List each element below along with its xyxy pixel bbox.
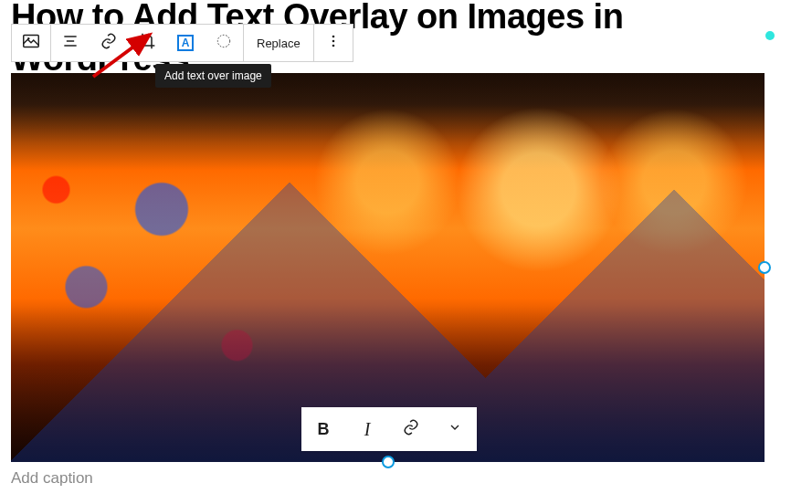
resize-handle-bottom[interactable] (382, 456, 395, 468)
image-icon (21, 31, 41, 55)
bold-button[interactable]: B (301, 407, 345, 451)
duotone-button[interactable] (205, 25, 243, 61)
more-options-button[interactable] (314, 25, 353, 61)
block-toolbar: A Replace (11, 24, 353, 62)
format-toolbar: B I (301, 407, 477, 451)
image-block[interactable] (11, 73, 765, 462)
duotone-icon (215, 32, 233, 54)
svg-point-5 (217, 35, 229, 47)
block-type-button[interactable] (12, 25, 50, 61)
replace-button[interactable]: Replace (244, 25, 313, 61)
more-format-button[interactable] (433, 407, 477, 451)
caption-input[interactable]: Add caption (11, 469, 93, 488)
align-button[interactable] (51, 25, 90, 61)
selection-indicator-dot (765, 31, 775, 40)
align-icon (61, 32, 79, 54)
crop-button[interactable] (128, 25, 166, 61)
crop-icon (138, 32, 156, 54)
text-overlay-icon: A (177, 35, 194, 51)
chevron-down-icon (448, 420, 462, 439)
resize-handle-right[interactable] (758, 261, 771, 274)
link-icon (402, 418, 420, 441)
svg-point-8 (332, 45, 334, 47)
text-overlay-button[interactable]: A (166, 25, 205, 61)
italic-button[interactable]: I (345, 407, 389, 451)
svg-point-7 (332, 40, 334, 43)
format-link-button[interactable] (389, 407, 433, 451)
link-button[interactable] (90, 25, 128, 61)
more-icon (324, 32, 343, 54)
link-icon (100, 32, 118, 54)
tooltip: Add text over image (155, 64, 271, 88)
svg-point-6 (332, 36, 334, 38)
svg-point-1 (27, 37, 29, 39)
